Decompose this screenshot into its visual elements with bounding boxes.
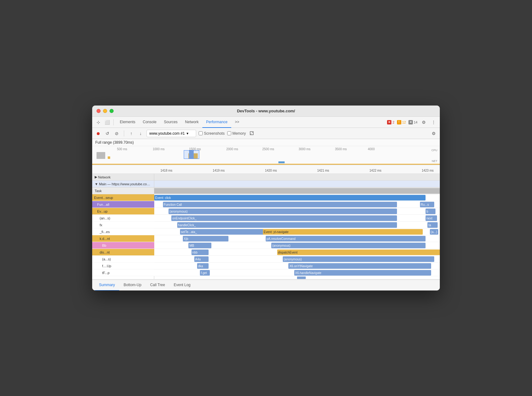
detail-ruler-labels: 1418 ms 1419 ms 1420 ms 1421 ms 1422 ms … xyxy=(157,169,437,172)
download-button[interactable]: ↓ xyxy=(137,130,144,137)
a4a-block[interactable]: A4a xyxy=(194,256,209,262)
screenshots-check[interactable] xyxy=(199,131,203,135)
window-title: DevTools - www.youtube.com/ xyxy=(237,109,295,113)
anonymous-block-2[interactable]: (anonymous) xyxy=(271,243,426,248)
anonymous-block-1[interactable]: (anonymous) xyxy=(169,209,397,214)
record-button[interactable]: ⏺ xyxy=(95,130,101,137)
upload-button[interactable]: ↑ xyxy=(128,130,135,137)
network-section-row: ▶ Network xyxy=(92,174,440,181)
flame-label-partial xyxy=(92,276,154,279)
main-section-label[interactable]: ▼ Main — https://www.youtube.com/shorts/… xyxy=(92,181,154,187)
task-chart xyxy=(154,187,440,194)
next-block[interactable]: next xyxy=(426,215,437,221)
flame-chart-2: Function Call Ru...s xyxy=(154,201,440,208)
fget-block[interactable]: f.get xyxy=(200,270,210,276)
ta-block[interactable]: ta xyxy=(427,222,437,228)
nbb-block[interactable]: nbb xyxy=(192,250,209,255)
event-click-block[interactable]: Event: click xyxy=(154,195,426,200)
flame-chart-4: onEndpointClick_ next xyxy=(154,215,440,221)
partial-block xyxy=(297,277,306,279)
flame-row-9: dis...nt nbb dispatchEvent xyxy=(92,249,440,256)
tab-performance[interactable]: Performance xyxy=(202,117,231,128)
detail-area: 1418 ms 1419 ms 1420 ms 1421 ms 1422 ms … xyxy=(92,165,440,279)
tab-summary[interactable]: Summary xyxy=(95,280,119,290)
close-button[interactable] xyxy=(97,109,101,113)
memory-check[interactable] xyxy=(227,131,231,135)
tab-call-tree[interactable]: Call Tree xyxy=(146,280,169,290)
task-label: Task xyxy=(95,189,102,193)
titlebar: DevTools - www.youtube.com/ xyxy=(92,106,440,117)
selection-overlay xyxy=(184,150,199,159)
net-label: NET xyxy=(432,160,437,163)
more-options-icon[interactable]: ⋮ xyxy=(430,119,437,126)
flame-row-11: f....Up dka X6.onYtNavigate xyxy=(92,263,440,269)
sette-block[interactable]: setTe...ata_ xyxy=(180,229,266,235)
rus-block[interactable]: Ru...s xyxy=(420,202,434,207)
tab-network[interactable]: Network xyxy=(181,117,202,128)
anonymous-block-3[interactable]: (anonymous) xyxy=(283,256,434,262)
flame-row-4: (an...s) onEndpointClick_ next xyxy=(92,215,440,222)
main-expand-icon: ▼ xyxy=(95,182,98,186)
xjb-block[interactable]: Xjb xyxy=(183,236,228,241)
info-count: 14 xyxy=(414,120,417,124)
detail-label-1: 1419 ms xyxy=(213,169,224,172)
perf-settings-icon[interactable]: ⚙ xyxy=(430,130,437,137)
full-range-label: Full range (3899.70ms) xyxy=(92,139,440,146)
flame-chart-12: f.get X6.handleNavigate xyxy=(154,269,440,276)
memory-label: Memory xyxy=(232,131,246,136)
handlenavigate-block[interactable]: X6.handleNavigate xyxy=(294,270,431,276)
detail-label-3: 1421 ms xyxy=(317,169,329,172)
detail-label-4: 1422 ms xyxy=(369,169,381,172)
tab-event-log[interactable]: Event Log xyxy=(169,280,195,290)
memory-checkbox[interactable]: Memory xyxy=(227,131,246,136)
flame-label-8: Bb xyxy=(92,242,154,249)
b-block[interactable]: b xyxy=(426,209,435,214)
dka-block[interactable]: dka xyxy=(197,263,209,269)
tab-more[interactable]: >> xyxy=(231,117,243,128)
flame-chart-8: MB (anonymous) xyxy=(154,242,440,249)
info-icon: ✕ xyxy=(408,120,413,124)
settings-icon[interactable]: ⚙ xyxy=(420,119,427,126)
minimize-button[interactable] xyxy=(103,109,107,113)
task-label-cell: Task xyxy=(92,187,154,194)
flame-label-1: Event...seup xyxy=(92,194,154,201)
function-call-block[interactable]: Function Call xyxy=(163,202,397,207)
url-dropdown[interactable]: www.youtube.com #1 ▾ xyxy=(147,130,196,137)
a-dots-block[interactable]: (a...) xyxy=(430,229,439,235)
bottom-tabs: Summary Bottom-Up Call Tree Event Log xyxy=(92,279,440,290)
warn-count: 12 xyxy=(402,120,406,124)
net-bar-1 xyxy=(278,161,285,163)
screenshots-checkbox[interactable]: Screenshots xyxy=(199,131,225,136)
flame-chart-6: setTe...ata_ Event: yt-navigate (a...) xyxy=(154,228,440,235)
tab-bottom-up[interactable]: Bottom-Up xyxy=(119,280,146,290)
warn-badge: ! 12 xyxy=(397,120,406,124)
cpu-bar-1 xyxy=(97,152,105,159)
flame-chart-1: Event: click xyxy=(154,194,440,201)
tab-sources[interactable]: Sources xyxy=(160,117,181,128)
onytnavigate-block[interactable]: X6.onYtNavigate xyxy=(288,263,431,269)
error-badge: ✕ 2 xyxy=(387,120,394,124)
network-section-label[interactable]: ▶ Network xyxy=(92,174,154,180)
flame-label-6: _fi...es xyxy=(92,228,154,235)
tab-elements[interactable]: Elements xyxy=(116,117,139,128)
overview-ruler[interactable]: 500 ms 1000 ms 1500 ms 2000 ms 2500 ms 3… xyxy=(92,146,440,165)
capture-settings-icon[interactable]: ⚁ xyxy=(250,130,254,136)
refresh-record-button[interactable]: ↺ xyxy=(104,130,111,137)
handleclick-block[interactable]: handleClick_ xyxy=(177,222,397,228)
onendpointclick-block[interactable]: onEndpointClick_ xyxy=(171,215,397,221)
maximize-button[interactable] xyxy=(110,109,114,113)
flame-label-10: (a...s) xyxy=(92,256,154,263)
mb-block[interactable]: MB xyxy=(188,243,211,248)
clear-button[interactable]: ⊘ xyxy=(113,130,120,137)
flame-chart-9: nbb dispatchEvent xyxy=(154,249,440,255)
task-row: Task xyxy=(92,187,440,194)
resolvecommand-block[interactable]: pA.resolveCommand xyxy=(266,236,426,241)
device-icon[interactable]: ⬜ xyxy=(103,119,111,126)
dispatchevent-block[interactable]: dispatchEvent xyxy=(277,250,440,255)
ytnavigate-event-block[interactable]: Event: yt-navigate xyxy=(263,229,423,235)
flame-row-6: _fi...es setTe...ata_ Event: yt-navigate… xyxy=(92,228,440,235)
tab-console[interactable]: Console xyxy=(139,117,160,128)
inspect-icon[interactable]: ⊹ xyxy=(95,119,102,126)
flame-chart-partial xyxy=(154,276,440,279)
tab-bar: Elements Console Sources Network Perform… xyxy=(116,117,386,128)
